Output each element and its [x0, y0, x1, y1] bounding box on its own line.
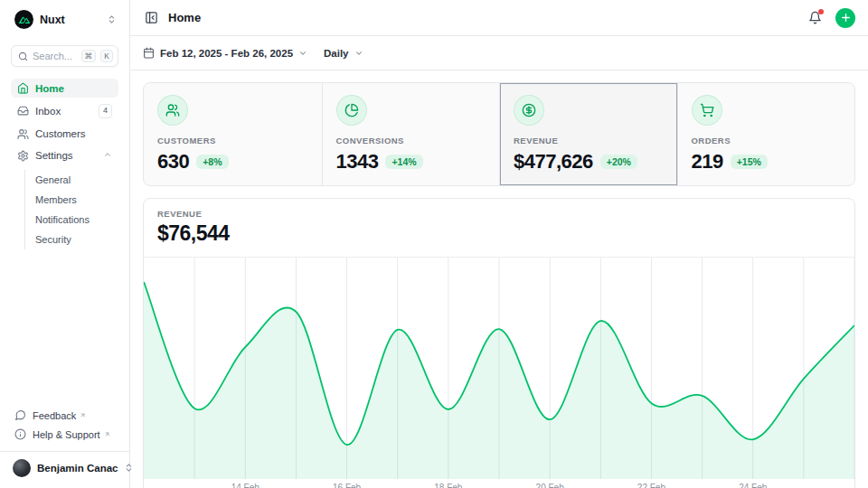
chart-headline-value: $76,544: [157, 221, 841, 246]
main-area: Home Feb 12, 2025 - Feb 26, 2025: [130, 0, 868, 488]
sidebar-item-home[interactable]: Home: [11, 79, 118, 98]
chevrons-up-down-icon: [107, 12, 117, 28]
users-icon: [157, 95, 188, 126]
plus-icon: [840, 12, 852, 23]
sidebar-item-security[interactable]: Security: [25, 230, 118, 249]
inbox-count-badge: 4: [99, 104, 112, 118]
x-tick-label: 24 Feb: [739, 483, 767, 488]
sidebar: Nuxt Search... ⌘ K Home: [0, 0, 130, 488]
chevron-down-icon: [354, 49, 363, 58]
cart-icon: [692, 95, 722, 126]
sidebar-item-inbox[interactable]: Inbox 4: [11, 100, 118, 122]
chevron-up-icon: [103, 150, 112, 161]
settings-submenu: General Members Notifications Security: [24, 170, 118, 249]
search-icon: [18, 52, 28, 61]
feedback-label: Feedback: [33, 410, 76, 421]
chart-title: REVENUE: [157, 209, 841, 219]
panel-left-close-icon: [145, 11, 158, 24]
x-tick-label: 14 Feb: [231, 483, 259, 488]
stat-label: ORDERS: [692, 136, 842, 145]
feedback-link[interactable]: Feedback: [11, 406, 118, 425]
external-link-icon: [80, 409, 86, 420]
stat-delta-badge: +20%: [600, 155, 637, 169]
stat-value: 1343: [336, 150, 379, 174]
stat-value: $477,626: [514, 150, 593, 174]
workspace-name: Nuxt: [40, 14, 100, 26]
kbd-cmd: ⌘: [81, 50, 97, 62]
team-switcher[interactable]: Nuxt: [11, 7, 118, 32]
sidebar-item-customers[interactable]: Customers: [11, 125, 118, 144]
message-circle-icon: [14, 409, 26, 421]
home-icon: [17, 82, 29, 94]
add-button[interactable]: [835, 8, 855, 28]
gear-icon: [17, 150, 29, 162]
external-link-icon: [104, 428, 110, 439]
x-tick-label: 20 Feb: [536, 483, 564, 488]
chevron-down-icon: [298, 49, 307, 58]
nuxt-logo-icon: [14, 10, 33, 29]
pie-chart-icon: [336, 95, 367, 126]
help-support-link[interactable]: Help & Support: [11, 425, 118, 444]
calendar-icon: [143, 47, 155, 59]
stat-value: 219: [692, 150, 723, 174]
search-placeholder: Search...: [33, 51, 77, 61]
search-input[interactable]: Search... ⌘ K: [11, 45, 118, 67]
sidebar-nav: Home Inbox 4 Customers Settings: [11, 79, 118, 249]
revenue-chart-card: REVENUE $76,544 14 Feb16 Feb18 Feb20 Feb…: [143, 198, 855, 488]
stat-delta-badge: +15%: [731, 155, 768, 169]
info-circle-icon: [14, 428, 26, 440]
dollar-circle-icon: [514, 95, 544, 126]
app-window: Nuxt Search... ⌘ K Home: [0, 0, 868, 488]
chart-header: REVENUE $76,544: [144, 199, 854, 257]
stat-card-revenue[interactable]: REVENUE $477,626 +20%: [499, 83, 677, 185]
page-title: Home: [168, 11, 798, 24]
notification-dot: [818, 9, 824, 14]
stat-delta-badge: +14%: [385, 155, 422, 169]
notifications-button[interactable]: [807, 9, 824, 26]
date-range-value: Feb 12, 2025 - Feb 26, 2025: [160, 48, 293, 59]
users-icon: [17, 128, 29, 140]
avatar: [13, 459, 31, 477]
stat-card-orders[interactable]: ORDERS 219 +15%: [677, 83, 855, 185]
filter-toolbar: Feb 12, 2025 - Feb 26, 2025 Daily: [130, 36, 868, 70]
stat-value: 630: [157, 150, 189, 174]
sidebar-item-label: Home: [35, 83, 112, 94]
stat-label: CUSTOMERS: [157, 136, 308, 145]
sidebar-item-members[interactable]: Members: [25, 190, 118, 210]
stat-card-customers[interactable]: CUSTOMERS 630 +8%: [144, 83, 322, 185]
stat-delta-badge: +8%: [196, 155, 228, 169]
stat-card-conversions[interactable]: CONVERSIONS 1343 +14%: [322, 83, 500, 185]
dashboard-content: CUSTOMERS 630 +8% CONVERSIONS 1343 +14%: [130, 70, 868, 488]
sidebar-item-label: Inbox: [35, 106, 92, 117]
inbox-icon: [17, 105, 29, 117]
sidebar-spacer: [11, 249, 118, 406]
revenue-area-chart[interactable]: [144, 257, 854, 479]
kbd-k: K: [100, 50, 113, 62]
x-tick-label: 22 Feb: [637, 483, 665, 488]
user-menu[interactable]: Benjamin Canac: [11, 452, 118, 479]
stats-grid: CUSTOMERS 630 +8% CONVERSIONS 1343 +14%: [143, 82, 855, 186]
help-support-label: Help & Support: [33, 429, 100, 440]
sidebar-item-notifications[interactable]: Notifications: [25, 210, 118, 230]
user-name: Benjamin Canac: [37, 463, 118, 474]
stat-label: CONVERSIONS: [336, 136, 486, 145]
sidebar-item-label: Settings: [35, 150, 97, 161]
collapse-sidebar-button[interactable]: [143, 9, 160, 26]
period-value: Daily: [324, 48, 349, 59]
period-select[interactable]: Daily: [324, 48, 363, 59]
sidebar-item-label: Customers: [35, 128, 112, 139]
chart-x-axis: 14 Feb16 Feb18 Feb20 Feb22 Feb24 Feb: [144, 479, 854, 488]
sidebar-item-settings[interactable]: Settings: [11, 146, 118, 165]
stat-label: REVENUE: [514, 136, 664, 145]
sidebar-item-general[interactable]: General: [25, 170, 118, 190]
x-tick-label: 18 Feb: [434, 483, 462, 488]
top-header: Home: [130, 0, 868, 36]
x-tick-label: 16 Feb: [333, 483, 361, 488]
date-range-picker[interactable]: Feb 12, 2025 - Feb 26, 2025: [143, 47, 307, 59]
